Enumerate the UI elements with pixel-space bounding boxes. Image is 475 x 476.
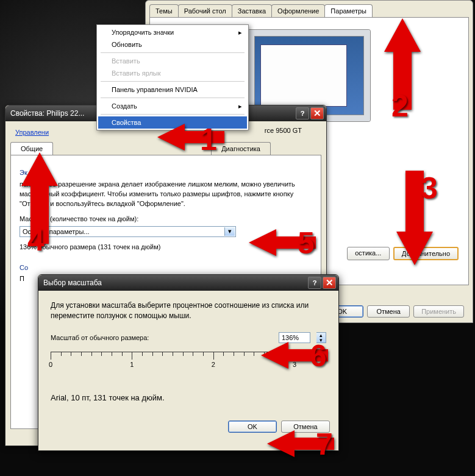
scale-spinner[interactable]: ▴▾ — [316, 332, 326, 343]
scale-value-input[interactable]: 136% — [279, 332, 310, 343]
tab-general[interactable]: Общие — [10, 142, 53, 155]
dpi-dropdown-value: Особые параметры... — [23, 228, 90, 235]
scale-instructions: Для установки масштаба выберите процентн… — [51, 300, 326, 321]
tab-appearance[interactable]: Оформление — [271, 4, 325, 17]
tab-diagnostics[interactable]: Диагностика — [211, 142, 271, 155]
tab-themes[interactable]: Темы — [149, 4, 179, 17]
font-sample: Arial, 10 пт, 131 точек на дюйм. — [51, 393, 326, 402]
scale-title: Выбор масштаба — [43, 279, 307, 287]
tab-screensaver[interactable]: Заставка — [232, 4, 272, 17]
ctx-paste-shortcut: Вставить ярлык — [98, 67, 247, 79]
ruler-label: 3 — [293, 361, 296, 368]
group-compat: Со — [20, 264, 312, 271]
tab-settings[interactable]: Параметры — [324, 4, 373, 17]
display-cancel-button[interactable]: Отмена — [367, 305, 410, 318]
scale-close-icon[interactable]: ✕ — [323, 277, 336, 289]
advanced-button[interactable]: Дополнительно — [393, 247, 459, 260]
advanced-title-text: Свойства: Philips 22... — [10, 109, 87, 118]
scale-ruler[interactable]: 0123 — [51, 352, 326, 382]
desktop-context-menu: Упорядочить значки Обновить Вставить Вст… — [96, 24, 249, 130]
scale-label: Масштаб от обычного размера: — [51, 334, 149, 341]
scale-dialog: Выбор масштаба ? ✕ Для установки масштаб… — [38, 274, 339, 451]
dpi-dropdown[interactable]: Особые параметры... — [20, 226, 236, 237]
ruler-label: 1 — [130, 361, 134, 368]
ruler-label: 0 — [49, 361, 52, 368]
gpu-fragment: rce 9500 GT — [265, 127, 302, 134]
close-icon[interactable]: ✕ — [310, 107, 324, 119]
display-tabs: Темы Рабочий стол Заставка Оформление Па… — [146, 1, 473, 17]
dpi-description: пользуемое разрешение экрана делает изоб… — [20, 180, 312, 209]
ruler-label: 2 — [212, 361, 215, 368]
scale-titlebar[interactable]: Выбор масштаба ? ✕ — [38, 275, 338, 291]
ctx-nvidia-panel[interactable]: Панель управления NVIDIA — [98, 83, 247, 96]
tab-desktop[interactable]: Рабочий стол — [178, 4, 232, 17]
scale-cancel-button[interactable]: Отмена — [281, 421, 330, 433]
troubleshoot-button[interactable]: остика... — [347, 247, 390, 260]
ctx-arrange-icons[interactable]: Упорядочить значки — [98, 26, 247, 38]
dpi-current-text: 136% обычного размера (131 точек на дюйм… — [20, 243, 312, 250]
ctx-properties[interactable]: Свойства — [98, 116, 247, 129]
display-apply-button[interactable]: Применить — [413, 305, 464, 318]
ctx-refresh[interactable]: Обновить — [98, 38, 247, 51]
ctx-paste: Вставить — [98, 55, 247, 67]
ctx-new[interactable]: Создать — [98, 100, 247, 112]
scale-help-icon[interactable]: ? — [308, 277, 321, 289]
dpi-label: Масштаб (количество точек на дюйм): — [20, 215, 312, 222]
group-screen: Эк — [20, 169, 312, 176]
help-icon[interactable]: ? — [296, 107, 309, 119]
scale-ok-button[interactable]: OK — [228, 421, 277, 433]
